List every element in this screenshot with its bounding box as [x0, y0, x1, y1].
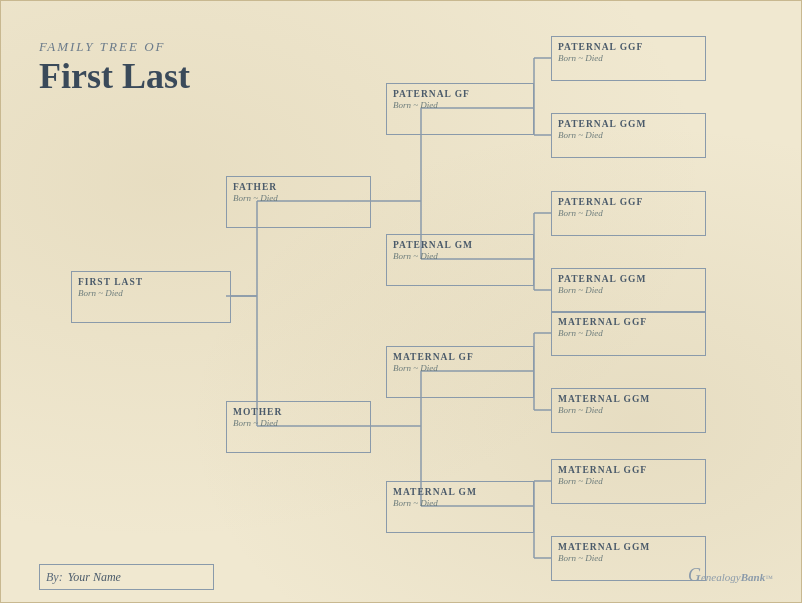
logo-text: enealogy	[701, 571, 741, 583]
logo-tm: ™	[765, 574, 773, 583]
genealogy-bank-logo: GenealogyBank™	[688, 565, 773, 586]
father-dates: Born ~ Died	[227, 193, 370, 207]
mother-box: MOTHER Born ~ Died	[226, 401, 371, 453]
paternal-gf-name: PATERNAL GF	[387, 84, 533, 100]
self-dates: Born ~ Died	[72, 288, 230, 302]
by-label: By:	[46, 570, 63, 585]
paternal-gm-box: PATERNAL GM Born ~ Died	[386, 234, 534, 286]
mat-ggf2-name: MATERNAL GGF	[552, 460, 705, 476]
person-title-name: First Last	[39, 57, 319, 97]
self-box: FIRST LAST Born ~ Died	[71, 271, 231, 323]
paternal-gf-box: PATERNAL GF Born ~ Died	[386, 83, 534, 135]
father-name: FATHER	[227, 177, 370, 193]
logo-g: G	[688, 565, 701, 585]
mat-ggf2-dates: Born ~ Died	[552, 476, 705, 490]
mat-ggm2-name: MATERNAL GGM	[552, 537, 705, 553]
mat-ggm1-name: MATERNAL GGM	[552, 389, 705, 405]
page: FAMILY TREE of First Last	[0, 0, 802, 603]
maternal-gm-name: MATERNAL GM	[387, 482, 533, 498]
pat-ggm2-dates: Born ~ Died	[552, 285, 705, 299]
maternal-gf-name: MATERNAL GF	[387, 347, 533, 363]
mat-ggm2-box: MATERNAL GGM Born ~ Died	[551, 536, 706, 581]
mat-ggf1-dates: Born ~ Died	[552, 328, 705, 342]
pat-ggf2-dates: Born ~ Died	[552, 208, 705, 222]
pat-ggm2-box: PATERNAL GGM Born ~ Died	[551, 268, 706, 313]
maternal-gf-box: MATERNAL GF Born ~ Died	[386, 346, 534, 398]
pat-ggf1-dates: Born ~ Died	[552, 53, 705, 67]
mat-ggm1-box: MATERNAL GGM Born ~ Died	[551, 388, 706, 433]
paternal-gm-name: PATERNAL GM	[387, 235, 533, 251]
footer-by-box[interactable]: By: Your Name	[39, 564, 214, 590]
pat-ggm2-name: PATERNAL GGM	[552, 269, 705, 285]
self-name: FIRST LAST	[72, 272, 230, 288]
pat-ggm1-name: PATERNAL GGM	[552, 114, 705, 130]
maternal-gm-box: MATERNAL GM Born ~ Died	[386, 481, 534, 533]
mat-ggm2-dates: Born ~ Died	[552, 553, 705, 567]
paternal-gf-dates: Born ~ Died	[387, 100, 533, 114]
family-tree-of-label: FAMILY TREE of	[39, 39, 319, 55]
by-value: Your Name	[68, 570, 121, 585]
father-box: FATHER Born ~ Died	[226, 176, 371, 228]
pat-ggf2-box: PATERNAL GGF Born ~ Died	[551, 191, 706, 236]
pat-ggm1-box: PATERNAL GGM Born ~ Died	[551, 113, 706, 158]
pat-ggf1-name: PATERNAL GGF	[552, 37, 705, 53]
pat-ggf1-box: PATERNAL GGF Born ~ Died	[551, 36, 706, 81]
mother-name: MOTHER	[227, 402, 370, 418]
mat-ggm1-dates: Born ~ Died	[552, 405, 705, 419]
maternal-gm-dates: Born ~ Died	[387, 498, 533, 512]
mat-ggf1-name: MATERNAL GGF	[552, 312, 705, 328]
mat-ggf2-box: MATERNAL GGF Born ~ Died	[551, 459, 706, 504]
pat-ggm1-dates: Born ~ Died	[552, 130, 705, 144]
mat-ggf1-box: MATERNAL GGF Born ~ Died	[551, 311, 706, 356]
logo-bank: Bank	[741, 571, 765, 583]
pat-ggf2-name: PATERNAL GGF	[552, 192, 705, 208]
paternal-gm-dates: Born ~ Died	[387, 251, 533, 265]
mother-dates: Born ~ Died	[227, 418, 370, 432]
title-area: FAMILY TREE of First Last	[39, 39, 319, 97]
maternal-gf-dates: Born ~ Died	[387, 363, 533, 377]
